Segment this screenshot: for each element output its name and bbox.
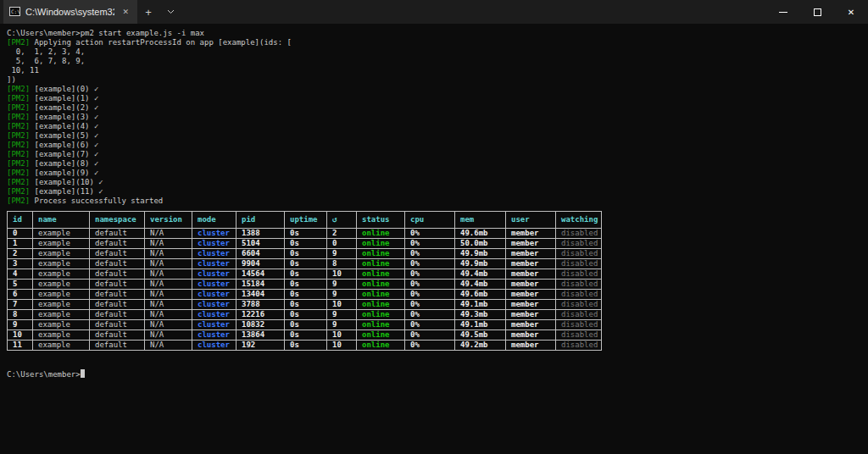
cell-mem: 49.4mb xyxy=(455,269,506,280)
cell-name: example xyxy=(33,310,90,320)
cell-id: 3 xyxy=(8,259,33,269)
column-header: pid xyxy=(236,212,285,229)
table-row: 9 example default N/A cluster 10832 0s 9… xyxy=(8,320,602,330)
done-text: [example](3) ✓ xyxy=(35,113,99,121)
cell-restarts: 2 xyxy=(327,229,357,239)
cell-pid: 1388 xyxy=(236,229,285,239)
cell-pid: 3788 xyxy=(236,300,285,310)
cell-cpu: 0% xyxy=(405,320,455,330)
cell-restarts: 9 xyxy=(327,320,357,330)
cell-watching: disabled xyxy=(556,310,602,320)
cell-mem: 49.6mb xyxy=(455,290,506,300)
cell-id: 8 xyxy=(8,310,33,320)
cmd-icon: C:\ xyxy=(9,7,20,18)
cell-pid: 13404 xyxy=(236,290,285,300)
cell-pid: 9904 xyxy=(236,259,285,269)
cell-watching: disabled xyxy=(556,269,602,280)
pm2-tag: [PM2] xyxy=(7,113,30,121)
success-text: Process successfully started xyxy=(35,197,164,205)
cell-status: online xyxy=(357,310,405,320)
cell-id: 6 xyxy=(8,290,33,300)
cell-id: 11 xyxy=(8,340,33,351)
done-text: [example](11) ✓ xyxy=(35,187,103,196)
cell-mode: cluster xyxy=(192,300,236,310)
cell-uptime: 0s xyxy=(285,249,327,259)
cell-uptime: 0s xyxy=(285,280,327,290)
table-row: 11 example default N/A cluster 192 0s 10… xyxy=(8,340,602,351)
pm2-done-line: [PM2] [example](11) ✓ xyxy=(7,187,861,197)
cell-version: N/A xyxy=(145,300,192,310)
column-header: name xyxy=(33,212,90,229)
table-row: 4 example default N/A cluster 14564 0s 1… xyxy=(8,269,602,280)
column-header: user xyxy=(506,212,556,229)
cell-mode: cluster xyxy=(192,290,236,300)
pm2-tag: [PM2] xyxy=(7,178,30,186)
cell-status: online xyxy=(357,259,405,269)
done-text: [example](5) ✓ xyxy=(35,131,99,140)
ids-line: ]) xyxy=(7,75,861,85)
maximize-button[interactable] xyxy=(800,0,834,24)
cell-uptime: 0s xyxy=(285,320,327,330)
table-header-row: idnamenamespaceversionmodepiduptime↺stat… xyxy=(8,212,602,229)
cell-uptime: 0s xyxy=(285,290,327,300)
done-text: [example](9) ✓ xyxy=(35,169,99,177)
cell-mem: 49.3mb xyxy=(455,310,506,320)
new-tab-button[interactable]: + xyxy=(137,0,159,24)
column-header: uptime xyxy=(285,212,327,229)
cell-status: online xyxy=(357,239,405,249)
cell-namespace: default xyxy=(90,340,145,351)
cell-user: member xyxy=(506,239,556,249)
table-row: 0 example default N/A cluster 1388 0s 2 … xyxy=(8,229,602,239)
cell-status: online xyxy=(357,320,405,330)
cell-name: example xyxy=(33,330,90,340)
pm2-done-line: [PM2] [example](0) ✓ xyxy=(7,85,861,94)
cell-mem: 49.2mb xyxy=(455,340,506,351)
table-row: 6 example default N/A cluster 13404 0s 9… xyxy=(8,290,602,300)
cell-watching: disabled xyxy=(556,259,602,269)
cell-user: member xyxy=(506,249,556,259)
pm2-tag: [PM2] xyxy=(7,197,30,205)
minimize-button[interactable] xyxy=(766,0,800,24)
cell-namespace: default xyxy=(90,290,145,300)
cell-uptime: 0s xyxy=(285,259,327,269)
terminal-window: C:\ C:\Windows\system32\cmd.exe ✕ + ✕ C:… xyxy=(0,0,868,454)
cell-restarts: 9 xyxy=(327,249,357,259)
pm2-tag: [PM2] xyxy=(7,159,30,168)
terminal-output[interactable]: C:\Users\member>pm2 start example.js -i … xyxy=(0,24,868,454)
cell-mem: 49.6mb xyxy=(455,229,506,239)
tab-dropdown-button[interactable] xyxy=(159,0,181,24)
cell-user: member xyxy=(506,310,556,320)
cell-version: N/A xyxy=(145,290,192,300)
cell-name: example xyxy=(33,249,90,259)
cell-user: member xyxy=(506,269,556,280)
cell-pid: 12216 xyxy=(236,310,285,320)
cell-restarts: 9 xyxy=(327,280,357,290)
cell-name: example xyxy=(33,300,90,310)
pm2-applying-line: [PM2] Applying action restartProcessId o… xyxy=(7,38,861,47)
cell-name: example xyxy=(33,320,90,330)
done-text: [example](8) ✓ xyxy=(35,159,99,168)
cell-uptime: 0s xyxy=(285,310,327,320)
close-button[interactable]: ✕ xyxy=(834,0,868,24)
tab-close-icon[interactable]: ✕ xyxy=(120,7,131,17)
cell-mode: cluster xyxy=(192,229,236,239)
applying-text: Applying action restartProcessId on app … xyxy=(35,38,292,47)
terminal-tab[interactable]: C:\ C:\Windows\system32\cmd.exe ✕ xyxy=(3,0,137,24)
prompt-text: C:\Users\member> xyxy=(7,370,81,379)
cell-status: online xyxy=(357,280,405,290)
cell-version: N/A xyxy=(145,320,192,330)
cell-status: online xyxy=(357,249,405,259)
cell-cpu: 0% xyxy=(405,259,455,269)
cell-watching: disabled xyxy=(556,330,602,340)
table-row: 1 example default N/A cluster 5104 0s 0 … xyxy=(8,239,602,249)
cell-name: example xyxy=(33,290,90,300)
cell-namespace: default xyxy=(90,249,145,259)
cell-restarts: 10 xyxy=(327,300,357,310)
command-line: C:\Users\member>pm2 start example.js -i … xyxy=(7,29,861,38)
cell-id: 5 xyxy=(8,280,33,290)
cell-watching: disabled xyxy=(556,290,602,300)
column-header: status xyxy=(357,212,405,229)
cell-uptime: 0s xyxy=(285,269,327,280)
cell-pid: 15184 xyxy=(236,280,285,290)
ids-line: 10, 11 xyxy=(7,66,861,75)
